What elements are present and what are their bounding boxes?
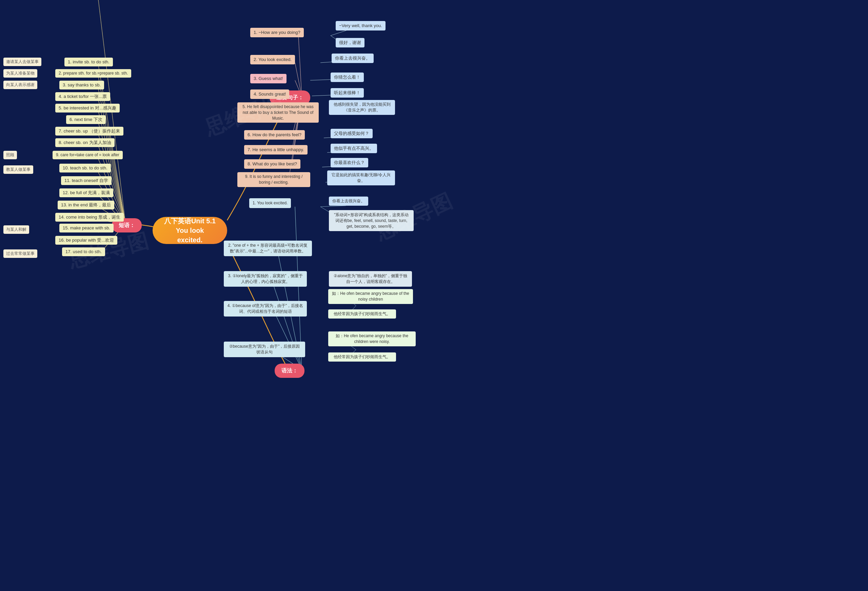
grammar-example-4: 他经常因为孩子们吵闹而生气。 xyxy=(328,352,396,361)
sentence-q-7: 7. He seems a little unhappy. xyxy=(244,145,307,155)
sentence-q-4: 4. Sounds great! xyxy=(250,90,289,99)
sentence-a-5: 他感到很失望，因为他没能买到《音乐之声》的票。 xyxy=(329,100,395,115)
sentence-a-7: 他似乎有点不高兴。 xyxy=(331,144,377,153)
grammar-example-1: 如：He ofen became angry because of the no… xyxy=(328,289,413,304)
grammar-item-1-sub: "系动词+形容词"构成系表结构，这类系动词还有be, feel, smell, … xyxy=(329,210,414,231)
sentence-q-6: 6. How do the parents feel? xyxy=(244,130,305,140)
phrase-item-7: 7. cheer sb. up （使）振作起来 xyxy=(55,127,123,136)
sentence-q-2: 2. You look excited. xyxy=(250,55,295,64)
phrase-context-2: 为某人准备某物 xyxy=(3,69,37,78)
phrase-item-10: 10. teach sb. to do sth. xyxy=(59,164,111,172)
phrase-item-5: 5. be interested in 对...感兴趣 xyxy=(55,104,120,112)
svg-line-41 xyxy=(320,206,346,207)
sentence-a-8: 你最喜欢什么？ xyxy=(331,158,368,167)
phrase-item-16: 16. be popular with 受...欢迎 xyxy=(55,236,117,245)
grammar-item-4a: 4. ①because of意为"因为，由于"，后接名词、代词或相当于名词的短语 xyxy=(224,301,307,317)
category-grammar-label: 语法： xyxy=(281,367,298,374)
phrase-context-3: 向某人表示感谢 xyxy=(3,81,37,89)
grammar-item-2: 2. "one of + the + 形容词最高级+可数名词复数"表示"...中… xyxy=(224,240,312,256)
grammar-item-4b: ②because意为"因为，由于"，后接原因状语从句 xyxy=(224,342,305,357)
grammar-item-3b: ②alone意为"独自的，单独的"，侧重于独自一个人，说明客观存在。 xyxy=(329,271,412,287)
center-label: 八下英语Unit 5.1 You look excited. xyxy=(163,216,217,245)
phrase-item-17: 17. used to do sth. xyxy=(62,248,105,256)
phrase-item-11: 11. teach oneself 自学 xyxy=(61,176,112,185)
phrase-item-14: 14. come into being 形成，诞生 xyxy=(55,213,124,222)
phrase-item-4: 4. a ticket to/for 一张...票 xyxy=(55,92,110,101)
sentence-q-5: 5. He felt disappointed because he was n… xyxy=(237,102,319,123)
phrase-context-9: 照顾 xyxy=(3,151,17,159)
sentence-a-9: 它是如此的搞笑有趣/无聊/令人兴奋。 xyxy=(327,171,395,186)
phrase-item-15: 15. make peace with sb. xyxy=(59,224,114,233)
phrase-context-10: 教某人做某事 xyxy=(3,165,33,174)
sentence-q-3: 3. Guess what! xyxy=(250,74,286,83)
phrase-context-15: 与某人和解 xyxy=(3,225,29,234)
category-grammar: 语法： xyxy=(275,364,304,378)
phrase-item-9: 9. care for=take care of = look after xyxy=(53,151,123,159)
sentence-a-1a: −Very well, thank you. xyxy=(336,21,385,31)
sentence-q-1: 1. −How are you doing? xyxy=(250,28,304,37)
connections-svg xyxy=(0,0,868,591)
sentence-q-9: 9. It is so funny and interesting / bori… xyxy=(237,172,310,187)
mind-map: 八下英语Unit 5.1 You look excited. 短语： 重要句子：… xyxy=(0,0,868,591)
phrase-item-2: 2. prepare sth. for sb.=prepare sb. sth. xyxy=(55,69,131,78)
center-node: 八下英语Unit 5.1 You look excited. xyxy=(153,217,227,244)
sentence-a-4: 听起来很棒！ xyxy=(331,88,364,97)
grammar-example-2: 他经常因为孩子们吵闹而生气。 xyxy=(328,310,396,318)
grammar-item-1-detail: 你看上去很兴奋。 xyxy=(329,196,368,206)
grammar-item-3a: 3. ①lonely最为"孤独的，寂寞的"，侧重于人的心理，内心孤独寂寞。 xyxy=(224,271,307,287)
phrase-item-8: 8. cheer sb. on 为某人加油 xyxy=(55,138,115,147)
phrase-item-12: 12. be full of 充满，装满 xyxy=(59,189,113,197)
phrase-item-6: 6. next time 下次 xyxy=(66,115,106,124)
svg-line-17 xyxy=(298,35,302,97)
sentence-a-2: 你看上去很兴奋。 xyxy=(332,53,373,63)
phrase-context-17: 过去常常做某事 xyxy=(3,249,37,258)
phrase-item-1: 1. invite sb. to do sth. xyxy=(64,57,113,66)
sentence-a-3: 你猜怎么着！ xyxy=(331,72,364,82)
phrase-context-1: 邀请某人去做某事 xyxy=(3,57,41,66)
phrase-item-3: 3. say thanks to sb. xyxy=(59,81,104,90)
grammar-example-3: 如：He ofen became angry because the child… xyxy=(328,332,416,346)
sentence-q-8: 8. What do you like best? xyxy=(244,159,300,169)
sentence-a-1b: 很好，谢谢 xyxy=(336,38,365,47)
phrase-item-13: 13. in the end 最终，最后 xyxy=(58,200,114,209)
category-phrases-label: 短语： xyxy=(119,222,135,229)
grammar-item-1: 1. You look excited. xyxy=(249,198,291,208)
sentence-a-6: 父母的感受如何？ xyxy=(331,129,373,138)
